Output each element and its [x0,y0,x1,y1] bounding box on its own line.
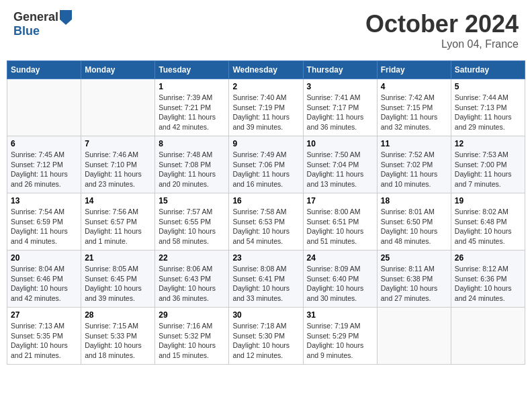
month-title: October 2024 [365,10,519,38]
day-number: 21 [85,253,151,263]
calendar-cell: 4Sunrise: 7:42 AM Sunset: 7:15 PM Daylig… [377,79,451,136]
day-number: 22 [159,253,225,263]
logo-icon [60,10,72,25]
day-number: 28 [85,310,151,320]
calendar-cell: 19Sunrise: 8:02 AM Sunset: 6:48 PM Dayli… [451,193,525,250]
calendar-cell: 23Sunrise: 8:08 AM Sunset: 6:41 PM Dayli… [229,250,303,308]
day-info: Sunrise: 7:54 AM Sunset: 6:59 PM Dayligh… [11,207,77,246]
calendar-cell: 26Sunrise: 8:12 AM Sunset: 6:36 PM Dayli… [451,250,525,308]
day-number: 5 [455,82,521,91]
week-row-1: 1Sunrise: 7:39 AM Sunset: 7:21 PM Daylig… [7,79,525,136]
day-number: 17 [307,196,373,205]
calendar-table: SundayMondayTuesdayWednesdayThursdayFrid… [7,60,525,365]
weekday-header-friday: Friday [377,61,451,79]
week-row-5: 27Sunrise: 7:13 AM Sunset: 5:35 PM Dayli… [7,308,525,365]
calendar-cell: 24Sunrise: 8:09 AM Sunset: 6:40 PM Dayli… [303,250,377,308]
calendar-cell: 12Sunrise: 7:53 AM Sunset: 7:00 PM Dayli… [451,136,525,193]
weekday-header-saturday: Saturday [451,61,525,79]
day-number: 4 [381,82,447,91]
day-info: Sunrise: 7:39 AM Sunset: 7:21 PM Dayligh… [159,93,225,132]
day-info: Sunrise: 7:46 AM Sunset: 7:10 PM Dayligh… [85,150,151,189]
day-info: Sunrise: 8:09 AM Sunset: 6:40 PM Dayligh… [307,264,373,304]
calendar-cell: 14Sunrise: 7:56 AM Sunset: 6:57 PM Dayli… [81,193,155,250]
calendar-cell: 6Sunrise: 7:45 AM Sunset: 7:12 PM Daylig… [7,136,81,193]
calendar-cell: 9Sunrise: 7:49 AM Sunset: 7:06 PM Daylig… [229,136,303,193]
day-info: Sunrise: 7:41 AM Sunset: 7:17 PM Dayligh… [307,93,373,132]
week-row-4: 20Sunrise: 8:04 AM Sunset: 6:46 PM Dayli… [7,250,525,308]
calendar-cell [81,79,155,136]
day-number: 11 [381,139,447,148]
svg-marker-0 [60,10,72,25]
weekday-header-wednesday: Wednesday [229,61,303,79]
day-number: 24 [307,253,373,263]
calendar-cell: 22Sunrise: 8:06 AM Sunset: 6:43 PM Dayli… [155,250,229,308]
calendar-cell: 31Sunrise: 7:19 AM Sunset: 5:29 PM Dayli… [303,308,377,365]
calendar-cell: 1Sunrise: 7:39 AM Sunset: 7:21 PM Daylig… [155,79,229,136]
day-info: Sunrise: 7:40 AM Sunset: 7:19 PM Dayligh… [232,93,299,132]
day-info: Sunrise: 8:08 AM Sunset: 6:41 PM Dayligh… [232,264,299,304]
day-info: Sunrise: 8:01 AM Sunset: 6:50 PM Dayligh… [381,207,447,246]
day-number: 10 [307,139,373,148]
logo-general: General [13,10,72,25]
day-info: Sunrise: 7:57 AM Sunset: 6:55 PM Dayligh… [159,207,225,246]
day-number: 1 [159,82,225,91]
day-number: 9 [232,139,299,148]
weekday-header-row: SundayMondayTuesdayWednesdayThursdayFrid… [7,61,525,79]
day-info: Sunrise: 7:18 AM Sunset: 5:30 PM Dayligh… [232,321,299,361]
day-info: Sunrise: 8:02 AM Sunset: 6:48 PM Dayligh… [455,207,521,246]
day-number: 14 [85,196,151,205]
calendar-cell: 25Sunrise: 8:11 AM Sunset: 6:38 PM Dayli… [377,250,451,308]
day-number: 2 [232,82,299,91]
day-info: Sunrise: 7:49 AM Sunset: 7:06 PM Dayligh… [232,150,299,189]
calendar-cell: 13Sunrise: 7:54 AM Sunset: 6:59 PM Dayli… [7,193,81,250]
day-number: 29 [159,310,225,320]
day-info: Sunrise: 7:15 AM Sunset: 5:33 PM Dayligh… [85,321,151,361]
day-info: Sunrise: 7:53 AM Sunset: 7:00 PM Dayligh… [455,150,521,189]
calendar-cell: 8Sunrise: 7:48 AM Sunset: 7:08 PM Daylig… [155,136,229,193]
weekday-header-monday: Monday [81,61,155,79]
day-info: Sunrise: 8:04 AM Sunset: 6:46 PM Dayligh… [11,264,77,304]
week-row-2: 6Sunrise: 7:45 AM Sunset: 7:12 PM Daylig… [7,136,525,193]
calendar-cell: 28Sunrise: 7:15 AM Sunset: 5:33 PM Dayli… [81,308,155,365]
day-info: Sunrise: 7:13 AM Sunset: 5:35 PM Dayligh… [11,321,77,361]
weekday-header-thursday: Thursday [303,61,377,79]
day-info: Sunrise: 7:42 AM Sunset: 7:15 PM Dayligh… [381,93,447,132]
day-info: Sunrise: 7:58 AM Sunset: 6:53 PM Dayligh… [232,207,299,246]
calendar-cell: 21Sunrise: 8:05 AM Sunset: 6:45 PM Dayli… [81,250,155,308]
calendar-cell: 10Sunrise: 7:50 AM Sunset: 7:04 PM Dayli… [303,136,377,193]
day-info: Sunrise: 7:50 AM Sunset: 7:04 PM Dayligh… [307,150,373,189]
day-number: 3 [307,82,373,91]
logo-blue: Blue [13,25,72,38]
day-number: 30 [232,310,299,320]
week-row-3: 13Sunrise: 7:54 AM Sunset: 6:59 PM Dayli… [7,193,525,250]
day-info: Sunrise: 8:05 AM Sunset: 6:45 PM Dayligh… [85,264,151,304]
day-number: 26 [455,253,521,263]
day-info: Sunrise: 7:48 AM Sunset: 7:08 PM Dayligh… [159,150,225,189]
day-number: 13 [11,196,77,205]
day-info: Sunrise: 7:44 AM Sunset: 7:13 PM Dayligh… [455,93,521,132]
page-header: General Blue October 2024 Lyon 04, Franc… [7,7,525,54]
day-number: 18 [381,196,447,205]
weekday-header-sunday: Sunday [7,61,81,79]
calendar-cell: 17Sunrise: 8:00 AM Sunset: 6:51 PM Dayli… [303,193,377,250]
calendar-cell [451,308,525,365]
day-info: Sunrise: 8:12 AM Sunset: 6:36 PM Dayligh… [455,264,521,304]
day-info: Sunrise: 7:19 AM Sunset: 5:29 PM Dayligh… [307,321,373,361]
title-block: October 2024 Lyon 04, France [365,10,519,50]
day-number: 6 [11,139,77,148]
calendar-cell: 7Sunrise: 7:46 AM Sunset: 7:10 PM Daylig… [81,136,155,193]
day-info: Sunrise: 7:45 AM Sunset: 7:12 PM Dayligh… [11,150,77,189]
calendar-cell: 29Sunrise: 7:16 AM Sunset: 5:32 PM Dayli… [155,308,229,365]
location-subtitle: Lyon 04, France [365,38,519,50]
day-number: 15 [159,196,225,205]
calendar-cell [377,308,451,365]
calendar-cell: 5Sunrise: 7:44 AM Sunset: 7:13 PM Daylig… [451,79,525,136]
day-number: 27 [11,310,77,320]
calendar-cell: 18Sunrise: 8:01 AM Sunset: 6:50 PM Dayli… [377,193,451,250]
day-info: Sunrise: 7:16 AM Sunset: 5:32 PM Dayligh… [159,321,225,361]
day-number: 19 [455,196,521,205]
day-number: 31 [307,310,373,320]
day-number: 16 [232,196,299,205]
calendar-cell: 3Sunrise: 7:41 AM Sunset: 7:17 PM Daylig… [303,79,377,136]
calendar-cell: 2Sunrise: 7:40 AM Sunset: 7:19 PM Daylig… [229,79,303,136]
